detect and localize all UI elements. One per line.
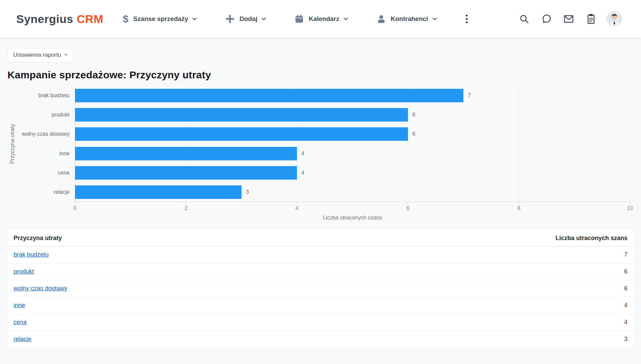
bar-relacje[interactable] — [75, 185, 241, 199]
menu-calendar[interactable]: Kalendarz — [294, 14, 348, 24]
reason-cell: wolny czas dostawy — [7, 280, 282, 297]
chevron-down-icon — [432, 17, 437, 21]
axis-tick-label: 6 — [406, 205, 409, 211]
count-cell: 3 — [282, 331, 634, 348]
reason-link[interactable]: inne — [14, 302, 25, 309]
chat-icon — [541, 14, 552, 24]
axis-tick-mark — [297, 202, 297, 204]
search-button[interactable] — [519, 14, 530, 24]
reason-cell: cena — [7, 314, 282, 331]
count-cell: 6 — [282, 263, 634, 280]
table-row: wolny czas dostawy6 — [7, 280, 634, 297]
table-row: relacje3 — [7, 331, 634, 348]
bar-inne[interactable] — [75, 147, 297, 160]
menu-label: Szanse sprzedaży — [133, 15, 188, 23]
axis-tick-label: 8 — [517, 205, 520, 211]
axis-tick-label: 0 — [74, 205, 77, 211]
bar-value-label: 7 — [468, 92, 471, 99]
bar-produkt[interactable] — [75, 108, 408, 122]
count-cell: 4 — [282, 314, 634, 331]
reason-link[interactable]: relacje — [14, 336, 31, 342]
gridline — [186, 86, 186, 202]
menu-label: Dodaj — [239, 15, 257, 23]
search-icon — [519, 14, 529, 24]
logo-text-crm: CRM — [77, 12, 103, 25]
column-header-count: Liczba utraconych szans — [282, 230, 634, 246]
chevron-down-icon — [261, 17, 266, 21]
person-icon — [377, 14, 386, 24]
chat-button[interactable] — [541, 14, 552, 24]
chart-plot-area: 766443 — [75, 86, 630, 202]
category-label: produkt — [0, 111, 70, 118]
category-label: cena — [0, 170, 70, 176]
count-cell: 7 — [282, 246, 634, 263]
axis-tick-mark — [75, 202, 75, 204]
reason-link[interactable]: wolny czas dostawy — [14, 285, 67, 292]
calendar-icon — [294, 14, 304, 24]
category-label: inne — [0, 150, 70, 157]
plus-icon — [225, 14, 235, 24]
dollar-icon: $ — [123, 14, 129, 24]
table-row: cena4 — [7, 314, 634, 331]
table-row: brak budżetu7 — [7, 246, 634, 263]
bar-value-label: 4 — [301, 170, 304, 176]
axis-tick-label: 2 — [184, 205, 187, 211]
gridline — [297, 86, 297, 202]
chart-x-axis: 0246810 — [75, 202, 630, 213]
report-page: Ustawienia raportu Kampanie sprzedażowe:… — [0, 38, 641, 347]
kebab-vertical-icon — [465, 14, 468, 24]
category-label: wolny czas dostawy — [0, 131, 70, 137]
axis-tick-label: 4 — [296, 205, 299, 211]
count-cell: 6 — [282, 280, 634, 297]
chart-category-labels: brak budżetuproduktwolny czas dostawyinn… — [0, 86, 71, 202]
bar-value-label: 6 — [412, 111, 415, 118]
mail-button[interactable] — [563, 14, 574, 24]
bar-value-label: 3 — [246, 189, 249, 196]
bar-cena[interactable] — [75, 166, 297, 180]
clipboard-icon — [586, 14, 596, 24]
bar-value-label: 6 — [412, 131, 415, 137]
report-settings-button[interactable]: Ustawienia raportu — [7, 48, 73, 62]
axis-tick-mark — [186, 202, 186, 204]
category-label: relacje — [0, 189, 70, 196]
menu-add[interactable]: Dodaj — [225, 14, 266, 24]
app-logo[interactable]: SynergiusCRM — [16, 12, 103, 26]
page-title: Kampanie sprzedażowe: Przyczyny utraty — [7, 69, 641, 81]
table-header-row: Przyczyna utraty Liczba utraconych szans — [7, 230, 634, 246]
menu-contractors[interactable]: Kontrahenci — [377, 14, 437, 24]
more-menu-button[interactable] — [465, 14, 468, 24]
chevron-down-icon — [343, 17, 348, 21]
axis-tick-mark — [408, 202, 408, 204]
reason-link[interactable]: produkt — [14, 268, 34, 275]
gridline — [75, 86, 75, 202]
table-row: produkt6 — [7, 263, 634, 280]
axis-tick-mark — [519, 202, 519, 204]
bar-brak budżetu[interactable] — [75, 89, 463, 102]
bar-wolny czas dostawy[interactable] — [75, 127, 408, 141]
user-avatar[interactable] — [607, 11, 622, 27]
mail-icon — [563, 14, 574, 24]
table-row: inne4 — [7, 297, 634, 314]
menu-label: Kontrahenci — [391, 15, 428, 23]
gridline — [408, 86, 408, 202]
reason-cell: brak budżetu — [7, 246, 282, 263]
chevron-down-icon — [192, 17, 197, 21]
bar-value-label: 4 — [301, 150, 304, 157]
report-settings-label: Ustawienia raportu — [13, 52, 61, 58]
loss-reasons-bar-chart: Przyczyna utraty brak budżetuproduktwoln… — [0, 86, 641, 222]
menu-sales-opportunities[interactable]: $ Szanse sprzedaży — [123, 14, 197, 24]
chart-x-axis-title: Liczba utraconych szans — [75, 215, 630, 221]
clipboard-button[interactable] — [586, 14, 596, 24]
gridline — [630, 86, 630, 202]
axis-tick-mark — [630, 202, 630, 204]
gridline — [519, 86, 519, 202]
top-navbar: SynergiusCRM $ Szanse sprzedaży Dodaj — [0, 0, 641, 38]
menu-label: Kalendarz — [309, 15, 339, 23]
reason-cell: produkt — [7, 263, 282, 280]
reason-cell: relacje — [7, 331, 282, 348]
reason-link[interactable]: cena — [14, 319, 27, 326]
logo-text-synergius: Synergius — [16, 12, 73, 25]
reason-link[interactable]: brak budżetu — [14, 251, 49, 258]
category-label: brak budżetu — [0, 92, 70, 99]
caret-down-icon — [64, 54, 68, 56]
